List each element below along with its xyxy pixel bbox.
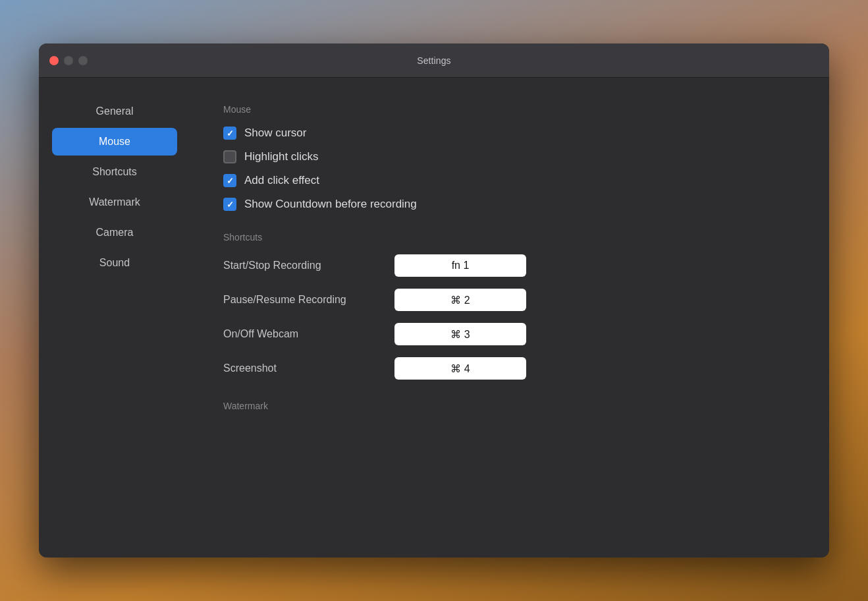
window-controls [49, 56, 88, 65]
add-click-effect-checkbox[interactable] [223, 174, 236, 187]
pause-resume-label: Pause/Resume Recording [223, 294, 381, 306]
highlight-clicks-checkbox-wrapper[interactable] [223, 150, 236, 163]
pause-resume-input[interactable] [394, 289, 526, 311]
highlight-clicks-row: Highlight clicks [223, 150, 796, 163]
minimize-button[interactable] [64, 56, 73, 65]
main-content: Mouse Show cursor Highlight clicks Add c… [190, 78, 829, 558]
add-click-effect-checkbox-wrapper[interactable] [223, 174, 236, 187]
titlebar: Settings [39, 43, 829, 78]
sidebar-item-shortcuts[interactable]: Shortcuts [52, 158, 177, 186]
settings-window: Settings General Mouse Shortcuts Waterma… [39, 43, 829, 558]
onoff-webcam-label: On/Off Webcam [223, 328, 381, 340]
highlight-clicks-label: Highlight clicks [244, 150, 318, 163]
start-stop-label: Start/Stop Recording [223, 260, 381, 272]
sidebar-item-watermark[interactable]: Watermark [52, 188, 177, 216]
watermark-section-header: Watermark [223, 401, 796, 411]
start-stop-row: Start/Stop Recording [223, 254, 796, 277]
window-title: Settings [417, 55, 450, 66]
sidebar-item-general[interactable]: General [52, 98, 177, 125]
onoff-webcam-input[interactable] [394, 323, 526, 345]
screenshot-row: Screenshot [223, 357, 796, 380]
show-countdown-label: Show Countdown before recording [244, 198, 417, 211]
close-button[interactable] [49, 56, 59, 65]
maximize-button[interactable] [78, 56, 88, 65]
mouse-section-header: Mouse [223, 104, 796, 115]
start-stop-input[interactable] [394, 254, 526, 277]
pause-resume-row: Pause/Resume Recording [223, 289, 796, 311]
screenshot-label: Screenshot [223, 362, 381, 374]
sidebar-item-mouse[interactable]: Mouse [52, 128, 177, 156]
highlight-clicks-checkbox[interactable] [223, 150, 236, 163]
sidebar: General Mouse Shortcuts Watermark Camera… [39, 78, 190, 558]
show-cursor-row: Show cursor [223, 127, 796, 140]
shortcuts-section-header: Shortcuts [223, 232, 796, 243]
screenshot-input[interactable] [394, 357, 526, 380]
content-area: General Mouse Shortcuts Watermark Camera… [39, 78, 829, 558]
add-click-effect-label: Add click effect [244, 174, 319, 187]
show-cursor-checkbox[interactable] [223, 127, 236, 140]
add-click-effect-row: Add click effect [223, 174, 796, 187]
show-cursor-checkbox-wrapper[interactable] [223, 127, 236, 140]
show-countdown-checkbox[interactable] [223, 198, 236, 211]
show-countdown-checkbox-wrapper[interactable] [223, 198, 236, 211]
show-cursor-label: Show cursor [244, 127, 306, 140]
show-countdown-row: Show Countdown before recording [223, 198, 796, 211]
sidebar-item-camera[interactable]: Camera [52, 219, 177, 246]
onoff-webcam-row: On/Off Webcam [223, 323, 796, 345]
sidebar-item-sound[interactable]: Sound [52, 249, 177, 277]
